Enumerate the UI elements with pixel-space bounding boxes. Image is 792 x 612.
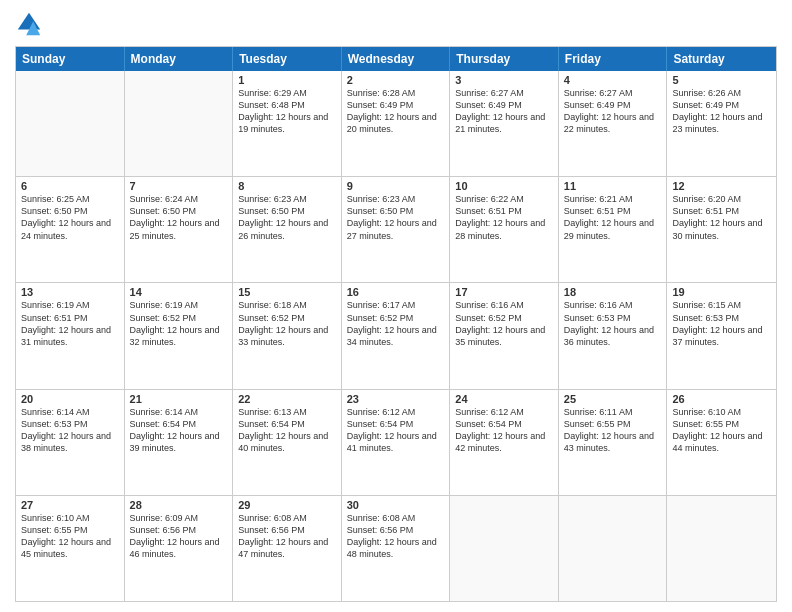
- cal-row-3: 20Sunrise: 6:14 AMSunset: 6:53 PMDayligh…: [16, 390, 776, 496]
- cell-info: Sunrise: 6:23 AMSunset: 6:50 PMDaylight:…: [238, 193, 336, 242]
- day-number: 21: [130, 393, 228, 405]
- day-number: 9: [347, 180, 445, 192]
- day-number: 16: [347, 286, 445, 298]
- day-number: 17: [455, 286, 553, 298]
- calendar: SundayMondayTuesdayWednesdayThursdayFrid…: [15, 46, 777, 602]
- cal-cell: 16Sunrise: 6:17 AMSunset: 6:52 PMDayligh…: [342, 283, 451, 388]
- cell-info: Sunrise: 6:15 AMSunset: 6:53 PMDaylight:…: [672, 299, 771, 348]
- cal-row-1: 6Sunrise: 6:25 AMSunset: 6:50 PMDaylight…: [16, 177, 776, 283]
- cal-cell: 14Sunrise: 6:19 AMSunset: 6:52 PMDayligh…: [125, 283, 234, 388]
- cal-cell: 22Sunrise: 6:13 AMSunset: 6:54 PMDayligh…: [233, 390, 342, 495]
- cell-info: Sunrise: 6:16 AMSunset: 6:53 PMDaylight:…: [564, 299, 662, 348]
- cell-info: Sunrise: 6:13 AMSunset: 6:54 PMDaylight:…: [238, 406, 336, 455]
- cell-info: Sunrise: 6:25 AMSunset: 6:50 PMDaylight:…: [21, 193, 119, 242]
- cal-cell: 30Sunrise: 6:08 AMSunset: 6:56 PMDayligh…: [342, 496, 451, 601]
- cell-info: Sunrise: 6:18 AMSunset: 6:52 PMDaylight:…: [238, 299, 336, 348]
- cell-info: Sunrise: 6:20 AMSunset: 6:51 PMDaylight:…: [672, 193, 771, 242]
- cell-info: Sunrise: 6:22 AMSunset: 6:51 PMDaylight:…: [455, 193, 553, 242]
- day-number: 30: [347, 499, 445, 511]
- cal-cell: 12Sunrise: 6:20 AMSunset: 6:51 PMDayligh…: [667, 177, 776, 282]
- cal-cell: 19Sunrise: 6:15 AMSunset: 6:53 PMDayligh…: [667, 283, 776, 388]
- cal-cell: 6Sunrise: 6:25 AMSunset: 6:50 PMDaylight…: [16, 177, 125, 282]
- cal-cell: 15Sunrise: 6:18 AMSunset: 6:52 PMDayligh…: [233, 283, 342, 388]
- cal-cell: 4Sunrise: 6:27 AMSunset: 6:49 PMDaylight…: [559, 71, 668, 176]
- cal-cell: 24Sunrise: 6:12 AMSunset: 6:54 PMDayligh…: [450, 390, 559, 495]
- cell-info: Sunrise: 6:24 AMSunset: 6:50 PMDaylight:…: [130, 193, 228, 242]
- day-number: 25: [564, 393, 662, 405]
- day-number: 15: [238, 286, 336, 298]
- day-number: 20: [21, 393, 119, 405]
- header-day-thursday: Thursday: [450, 47, 559, 71]
- day-number: 3: [455, 74, 553, 86]
- cell-info: Sunrise: 6:08 AMSunset: 6:56 PMDaylight:…: [238, 512, 336, 561]
- cal-row-4: 27Sunrise: 6:10 AMSunset: 6:55 PMDayligh…: [16, 496, 776, 601]
- day-number: 14: [130, 286, 228, 298]
- cell-info: Sunrise: 6:19 AMSunset: 6:52 PMDaylight:…: [130, 299, 228, 348]
- cal-cell: 8Sunrise: 6:23 AMSunset: 6:50 PMDaylight…: [233, 177, 342, 282]
- day-number: 26: [672, 393, 771, 405]
- day-number: 6: [21, 180, 119, 192]
- cal-cell: 10Sunrise: 6:22 AMSunset: 6:51 PMDayligh…: [450, 177, 559, 282]
- cal-cell: 9Sunrise: 6:23 AMSunset: 6:50 PMDaylight…: [342, 177, 451, 282]
- day-number: 13: [21, 286, 119, 298]
- cell-info: Sunrise: 6:21 AMSunset: 6:51 PMDaylight:…: [564, 193, 662, 242]
- cell-info: Sunrise: 6:08 AMSunset: 6:56 PMDaylight:…: [347, 512, 445, 561]
- cal-cell: 7Sunrise: 6:24 AMSunset: 6:50 PMDaylight…: [125, 177, 234, 282]
- cell-info: Sunrise: 6:27 AMSunset: 6:49 PMDaylight:…: [564, 87, 662, 136]
- page: SundayMondayTuesdayWednesdayThursdayFrid…: [0, 0, 792, 612]
- cal-cell: 13Sunrise: 6:19 AMSunset: 6:51 PMDayligh…: [16, 283, 125, 388]
- cal-cell: 3Sunrise: 6:27 AMSunset: 6:49 PMDaylight…: [450, 71, 559, 176]
- cell-info: Sunrise: 6:09 AMSunset: 6:56 PMDaylight:…: [130, 512, 228, 561]
- cell-info: Sunrise: 6:12 AMSunset: 6:54 PMDaylight:…: [455, 406, 553, 455]
- day-number: 18: [564, 286, 662, 298]
- svg-marker-0: [18, 13, 40, 30]
- cal-cell: [559, 496, 668, 601]
- day-number: 8: [238, 180, 336, 192]
- cell-info: Sunrise: 6:14 AMSunset: 6:54 PMDaylight:…: [130, 406, 228, 455]
- day-number: 10: [455, 180, 553, 192]
- day-number: 27: [21, 499, 119, 511]
- cell-info: Sunrise: 6:29 AMSunset: 6:48 PMDaylight:…: [238, 87, 336, 136]
- day-number: 23: [347, 393, 445, 405]
- cell-info: Sunrise: 6:27 AMSunset: 6:49 PMDaylight:…: [455, 87, 553, 136]
- cell-info: Sunrise: 6:26 AMSunset: 6:49 PMDaylight:…: [672, 87, 771, 136]
- cal-row-0: 1Sunrise: 6:29 AMSunset: 6:48 PMDaylight…: [16, 71, 776, 177]
- logo: [15, 10, 47, 38]
- cell-info: Sunrise: 6:28 AMSunset: 6:49 PMDaylight:…: [347, 87, 445, 136]
- cal-cell: 26Sunrise: 6:10 AMSunset: 6:55 PMDayligh…: [667, 390, 776, 495]
- day-number: 7: [130, 180, 228, 192]
- cal-cell: [450, 496, 559, 601]
- day-number: 22: [238, 393, 336, 405]
- day-number: 2: [347, 74, 445, 86]
- cal-cell: 21Sunrise: 6:14 AMSunset: 6:54 PMDayligh…: [125, 390, 234, 495]
- cal-cell: [16, 71, 125, 176]
- header-day-wednesday: Wednesday: [342, 47, 451, 71]
- day-number: 11: [564, 180, 662, 192]
- cell-info: Sunrise: 6:10 AMSunset: 6:55 PMDaylight:…: [672, 406, 771, 455]
- day-number: 4: [564, 74, 662, 86]
- header-day-tuesday: Tuesday: [233, 47, 342, 71]
- cal-cell: 27Sunrise: 6:10 AMSunset: 6:55 PMDayligh…: [16, 496, 125, 601]
- cal-cell: 25Sunrise: 6:11 AMSunset: 6:55 PMDayligh…: [559, 390, 668, 495]
- cal-cell: 20Sunrise: 6:14 AMSunset: 6:53 PMDayligh…: [16, 390, 125, 495]
- cell-info: Sunrise: 6:23 AMSunset: 6:50 PMDaylight:…: [347, 193, 445, 242]
- cal-cell: 18Sunrise: 6:16 AMSunset: 6:53 PMDayligh…: [559, 283, 668, 388]
- cal-cell: 28Sunrise: 6:09 AMSunset: 6:56 PMDayligh…: [125, 496, 234, 601]
- header-day-sunday: Sunday: [16, 47, 125, 71]
- cell-info: Sunrise: 6:19 AMSunset: 6:51 PMDaylight:…: [21, 299, 119, 348]
- cal-cell: [125, 71, 234, 176]
- cal-cell: 23Sunrise: 6:12 AMSunset: 6:54 PMDayligh…: [342, 390, 451, 495]
- day-number: 29: [238, 499, 336, 511]
- cell-info: Sunrise: 6:10 AMSunset: 6:55 PMDaylight:…: [21, 512, 119, 561]
- cal-row-2: 13Sunrise: 6:19 AMSunset: 6:51 PMDayligh…: [16, 283, 776, 389]
- calendar-header: SundayMondayTuesdayWednesdayThursdayFrid…: [16, 47, 776, 71]
- day-number: 1: [238, 74, 336, 86]
- logo-icon: [15, 10, 43, 38]
- cal-cell: 29Sunrise: 6:08 AMSunset: 6:56 PMDayligh…: [233, 496, 342, 601]
- cell-info: Sunrise: 6:14 AMSunset: 6:53 PMDaylight:…: [21, 406, 119, 455]
- cell-info: Sunrise: 6:17 AMSunset: 6:52 PMDaylight:…: [347, 299, 445, 348]
- day-number: 28: [130, 499, 228, 511]
- calendar-body: 1Sunrise: 6:29 AMSunset: 6:48 PMDaylight…: [16, 71, 776, 601]
- cal-cell: 5Sunrise: 6:26 AMSunset: 6:49 PMDaylight…: [667, 71, 776, 176]
- day-number: 24: [455, 393, 553, 405]
